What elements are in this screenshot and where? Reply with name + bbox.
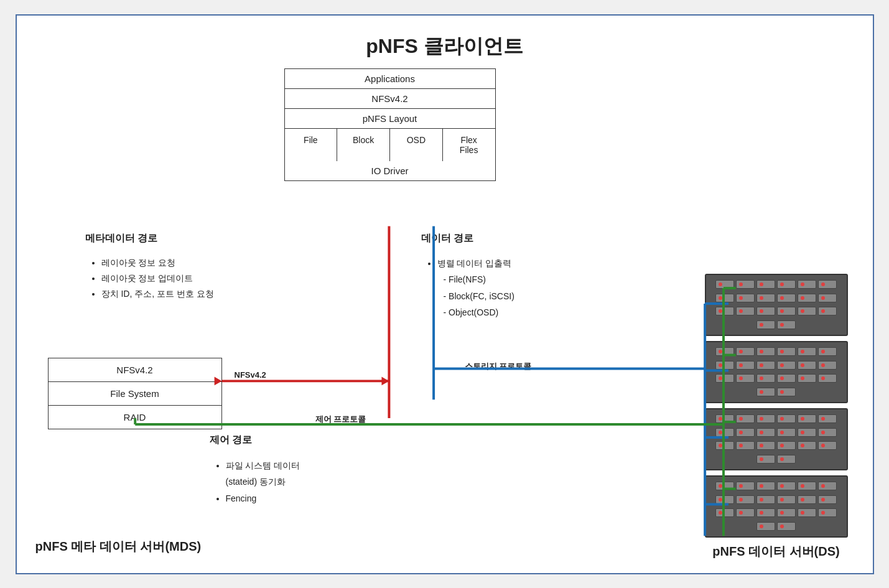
- drive: [798, 374, 816, 383]
- drive: [818, 482, 837, 490]
- layout-flex: FlexFiles: [443, 129, 495, 161]
- drive: [777, 361, 796, 370]
- drive: [756, 280, 775, 289]
- drive: [715, 428, 734, 437]
- ctrl-item-2: Fencing: [226, 490, 300, 507]
- layout-osd: OSD: [390, 129, 443, 161]
- drive: [818, 361, 837, 370]
- drive: [715, 414, 734, 423]
- drive: [777, 482, 796, 490]
- drive: [777, 455, 796, 464]
- drive: [715, 280, 734, 289]
- layout-block: Block: [337, 129, 390, 161]
- client-row-applications: Applications: [285, 69, 495, 89]
- drive: [756, 388, 775, 396]
- client-row-io-driver: IO Driver: [285, 161, 495, 180]
- client-box: Applications NFSv4.2 pNFS Layout File Bl…: [284, 68, 496, 181]
- mds-row-raid: RAID: [49, 406, 221, 429]
- drive: [818, 441, 837, 450]
- ctrl-path-label: 제어 경로: [210, 434, 252, 447]
- drive: [736, 441, 755, 450]
- drive: [756, 294, 775, 302]
- drive: [736, 508, 755, 517]
- drive: [798, 495, 816, 504]
- drive: [715, 294, 734, 302]
- drive: [777, 495, 796, 504]
- meta-item-3: 장치 ID, 주소, 포트 번호 요청: [101, 286, 214, 302]
- drive: [715, 361, 734, 370]
- drive: [818, 294, 837, 302]
- drive: [777, 347, 796, 356]
- drive: [756, 307, 775, 315]
- server-unit-3: [705, 408, 848, 470]
- drive: [715, 441, 734, 450]
- main-title: pNFS 클라이언트: [17, 33, 873, 60]
- layout-file: File: [285, 129, 338, 161]
- drive: [756, 374, 775, 383]
- drive: [777, 307, 796, 315]
- drive: [756, 347, 775, 356]
- drive: [777, 428, 796, 437]
- drive: [756, 414, 775, 423]
- drive: [736, 307, 755, 315]
- drive: [798, 294, 816, 302]
- drive: [756, 522, 775, 531]
- mds-title: pNFS 메타 데이터 서버(MDS): [35, 538, 202, 555]
- drive: [777, 522, 796, 531]
- drive: [798, 280, 816, 289]
- data-path-list: 병렬 데이터 입출력 File(NFS) Block(FC, iSCSI) Ob…: [426, 255, 514, 321]
- diagram-container: pNFS 클라이언트 Applications NFSv4.2 pNFS Lay…: [16, 14, 874, 574]
- drive: [715, 307, 734, 315]
- drive: [736, 495, 755, 504]
- client-row-layout-types: File Block OSD FlexFiles: [285, 129, 495, 161]
- drive: [818, 428, 837, 437]
- drive: [756, 428, 775, 437]
- drive: [777, 280, 796, 289]
- drive: [777, 294, 796, 302]
- server-unit-1: [705, 274, 848, 336]
- drive: [798, 428, 816, 437]
- drive: [798, 347, 816, 356]
- drive: [736, 294, 755, 302]
- drive: [736, 347, 755, 356]
- drive: [818, 280, 837, 289]
- drive: [818, 307, 837, 315]
- drive: [798, 508, 816, 517]
- arrow-label-ctrl: 제어 프로토콜: [315, 414, 366, 425]
- drive: [715, 374, 734, 383]
- drive: [798, 414, 816, 423]
- meta-path-label: 메타데이터 경로: [85, 232, 157, 245]
- drive: [756, 455, 775, 464]
- drive: [756, 508, 775, 517]
- drive: [777, 374, 796, 383]
- drive: [715, 347, 734, 356]
- server-unit-2: [705, 341, 848, 403]
- data-sub-1: File(NFS): [444, 271, 514, 288]
- data-item-1: 병렬 데이터 입출력: [437, 255, 514, 272]
- arrow-label-storage: 스토리지 프로토콜: [465, 361, 532, 372]
- client-row-nfsv42: NFSv4.2: [285, 89, 495, 109]
- mds-row-filesystem: File System: [49, 382, 221, 406]
- drive: [818, 414, 837, 423]
- drive: [715, 508, 734, 517]
- drive: [736, 280, 755, 289]
- data-sub-3: Object(OSD): [444, 304, 514, 321]
- drive: [818, 508, 837, 517]
- drive: [777, 388, 796, 396]
- drive: [736, 482, 755, 490]
- drive: [798, 307, 816, 315]
- drive: [777, 508, 796, 517]
- drive: [777, 441, 796, 450]
- drive: [818, 495, 837, 504]
- ds-title: pNFS 데이터 서버(DS): [705, 543, 848, 560]
- drive: [756, 320, 775, 329]
- drive: [798, 482, 816, 490]
- svg-marker-17: [381, 376, 389, 385]
- mds-box: NFSv4.2 File System RAID: [48, 358, 222, 429]
- drive: [777, 320, 796, 329]
- data-path-label: 데이터 경로: [421, 232, 473, 245]
- drive: [736, 428, 755, 437]
- drive: [777, 414, 796, 423]
- data-sub-2: Block(FC, iSCSI): [444, 288, 514, 305]
- drive: [798, 441, 816, 450]
